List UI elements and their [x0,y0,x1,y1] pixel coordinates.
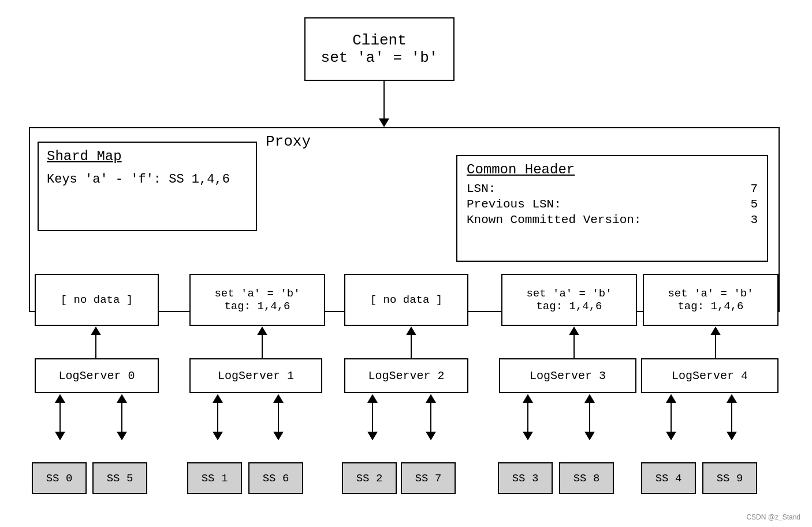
bi-arrow-ls0-ss5 [117,394,127,440]
ss-8-label: SS 8 [573,472,600,485]
client-line2: set 'a' = 'b' [321,49,438,66]
bi-arrow-ls2-ss2 [367,394,378,440]
common-header-title: Common Header [467,162,758,177]
ss-7-label: SS 7 [415,472,442,485]
bi-arrow-ls4-ss4 [666,394,676,440]
msg-box-3: set 'a' = 'b'tag: 1,4,6 [501,274,637,326]
bi-arrow-ls1-ss1 [213,394,223,440]
ss-box-4: SS 4 [641,462,696,494]
shard-map-keys: Keys 'a' - 'f': SS 1,4,6 [47,172,248,187]
ss-box-2: SS 2 [342,462,397,494]
logserver-3-label: LogServer 3 [530,369,606,383]
kcv-value: 3 [750,213,758,227]
msg-box-2: [ no data ] [344,274,468,326]
watermark: CSDN @z_Stand [746,513,800,521]
ss-box-1: SS 1 [187,462,242,494]
ss-6-label: SS 6 [263,472,289,485]
bi-arrow-ls4-ss9 [727,394,737,440]
bi-arrow-ls2-ss7 [426,394,436,440]
logserver-1-label: LogServer 1 [218,369,294,383]
msg-text-2: [ no data ] [370,294,442,306]
logserver-0-label: LogServer 0 [58,369,135,383]
lsn-value: 7 [750,182,758,195]
prev-lsn-label: Previous LSN: [467,198,561,211]
ss-1-label: SS 1 [202,472,228,485]
proxy-label: Proxy [266,133,311,150]
logserver-4-label: LogServer 4 [672,369,748,383]
logserver-2: LogServer 2 [344,358,468,393]
ss-box-7: SS 7 [401,462,456,494]
prev-lsn-row: Previous LSN: 5 [467,198,758,211]
msg-box-4: set 'a' = 'b'tag: 1,4,6 [643,274,779,326]
logserver-1: LogServer 1 [189,358,322,393]
logserver-0: LogServer 0 [35,358,159,393]
ss-box-8: SS 8 [559,462,614,494]
lsn-label: LSN: [467,182,496,195]
ss-0-label: SS 0 [46,472,73,485]
logserver-2-label: LogServer 2 [368,369,444,383]
msg-text-4: set 'a' = 'b'tag: 1,4,6 [668,287,753,313]
bi-arrow-ls3-ss8 [584,394,595,440]
bi-arrow-ls3-ss3 [523,394,533,440]
bi-arrow-ls0-ss0 [55,394,65,440]
ss-box-3: SS 3 [498,462,553,494]
common-header-box: Common Header LSN: 7 Previous LSN: 5 Kno… [456,155,768,262]
msg-box-0: [ no data ] [35,274,159,326]
ss-3-label: SS 3 [512,472,539,485]
ss-box-9: SS 9 [702,462,757,494]
logserver-4: LogServer 4 [641,358,779,393]
msg-text-0: [ no data ] [61,294,133,306]
ss-box-6: SS 6 [248,462,303,494]
diagram: Client set 'a' = 'b' Proxy Shard Map Key… [0,0,812,527]
client-box: Client set 'a' = 'b' [304,17,455,81]
client-line1: Client [352,32,407,49]
ss-5-label: SS 5 [107,472,133,485]
shard-map-box: Shard Map Keys 'a' - 'f': SS 1,4,6 [38,142,257,231]
arrow-client-proxy [379,81,389,127]
ss-9-label: SS 9 [717,472,743,485]
prev-lsn-value: 5 [750,198,758,211]
kcv-row: Known Committed Version: 3 [467,213,758,227]
msg-box-1: set 'a' = 'b'tag: 1,4,6 [189,274,325,326]
bi-arrow-ls1-ss6 [273,394,284,440]
ss-2-label: SS 2 [356,472,383,485]
lsn-row: LSN: 7 [467,182,758,195]
shard-map-title: Shard Map [47,149,248,164]
msg-text-3: set 'a' = 'b'tag: 1,4,6 [526,287,612,313]
ss-box-5: SS 5 [92,462,147,494]
ss-4-label: SS 4 [655,472,682,485]
logserver-3: LogServer 3 [499,358,636,393]
msg-text-1: set 'a' = 'b'tag: 1,4,6 [214,287,300,313]
ss-box-0: SS 0 [32,462,87,494]
kcv-label: Known Committed Version: [467,213,641,227]
